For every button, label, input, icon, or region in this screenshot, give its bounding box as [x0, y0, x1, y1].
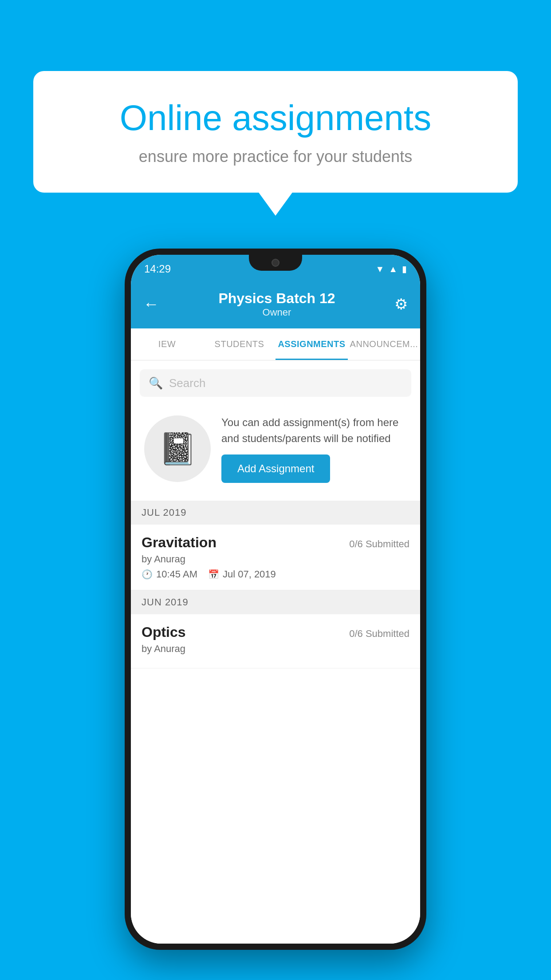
assignment-meta-gravitation: 🕐 10:45 AM 📅 Jul 07, 2019 — [142, 569, 409, 580]
promo-content: You can add assignment(s) from here and … — [221, 415, 407, 483]
header-subtitle: Owner — [218, 307, 335, 318]
content-area: 🔍 Search 📓 You can add assignment(s) fro… — [131, 360, 420, 944]
tab-bar: IEW STUDENTS ASSIGNMENTS ANNOUNCEM... — [131, 328, 420, 360]
tab-assignments[interactable]: ASSIGNMENTS — [276, 328, 348, 360]
assignment-author-optics: by Anurag — [142, 643, 409, 655]
settings-icon[interactable]: ⚙ — [394, 295, 408, 313]
tab-students[interactable]: STUDENTS — [203, 328, 276, 360]
assignment-item-optics[interactable]: Optics 0/6 Submitted by Anurag — [131, 614, 420, 668]
search-placeholder: Search — [169, 376, 205, 390]
speech-bubble: Online assignments ensure more practice … — [33, 71, 518, 193]
promo-icon-circle: 📓 — [144, 415, 211, 482]
meta-time-value-gravitation: 10:45 AM — [156, 569, 197, 580]
calendar-icon-gravitation: 📅 — [208, 569, 219, 580]
meta-date-gravitation: 📅 Jul 07, 2019 — [208, 569, 276, 580]
promo-card: 📓 You can add assignment(s) from here an… — [140, 406, 411, 492]
header-title: Physics Batch 12 — [218, 290, 335, 307]
assignment-row1: Gravitation 0/6 Submitted — [142, 534, 409, 551]
phone-outer: 14:29 ▼ ▲ ▮ ← Physics Batch 12 Owner ⚙ — [125, 249, 426, 950]
notebook-icon: 📓 — [158, 431, 197, 467]
meta-time-gravitation: 🕐 10:45 AM — [142, 569, 197, 580]
app-header: ← Physics Batch 12 Owner ⚙ — [131, 280, 420, 328]
camera-dot — [272, 259, 279, 267]
section-header-jul: JUL 2019 — [131, 501, 420, 525]
tab-iew[interactable]: IEW — [131, 328, 203, 360]
assignment-name-optics: Optics — [142, 624, 186, 640]
assignment-name-gravitation: Gravitation — [142, 534, 216, 551]
phone-wrapper: 14:29 ▼ ▲ ▮ ← Physics Batch 12 Owner ⚙ — [33, 249, 518, 980]
clock-icon-gravitation: 🕐 — [142, 569, 153, 580]
assignment-author-gravitation: by Anurag — [142, 553, 409, 565]
wifi-icon: ▼ — [375, 264, 384, 274]
signal-icon: ▲ — [389, 264, 398, 274]
meta-date-value-gravitation: Jul 07, 2019 — [223, 569, 276, 580]
assignment-submitted-gravitation: 0/6 Submitted — [349, 538, 409, 550]
phone-notch — [249, 255, 302, 271]
assignment-row1-optics: Optics 0/6 Submitted — [142, 624, 409, 640]
assignment-item-gravitation[interactable]: Gravitation 0/6 Submitted by Anurag 🕐 10… — [131, 525, 420, 590]
battery-icon: ▮ — [402, 264, 407, 274]
status-icons: ▼ ▲ ▮ — [375, 264, 407, 274]
speech-bubble-subtitle: ensure more practice for your students — [64, 147, 487, 166]
search-bar[interactable]: 🔍 Search — [140, 369, 411, 397]
tab-announcements[interactable]: ANNOUNCEM... — [348, 328, 420, 360]
section-header-jun: JUN 2019 — [131, 590, 420, 614]
header-title-block: Physics Batch 12 Owner — [218, 290, 335, 318]
assignment-submitted-optics: 0/6 Submitted — [349, 628, 409, 640]
promo-text: You can add assignment(s) from here and … — [221, 415, 407, 447]
add-assignment-button[interactable]: Add Assignment — [221, 454, 330, 483]
speech-bubble-container: Online assignments ensure more practice … — [33, 71, 518, 193]
status-time: 14:29 — [144, 263, 171, 275]
back-button[interactable]: ← — [143, 295, 159, 313]
search-icon: 🔍 — [149, 376, 163, 390]
speech-bubble-title: Online assignments — [64, 98, 487, 138]
phone-inner: 14:29 ▼ ▲ ▮ ← Physics Batch 12 Owner ⚙ — [131, 255, 420, 944]
